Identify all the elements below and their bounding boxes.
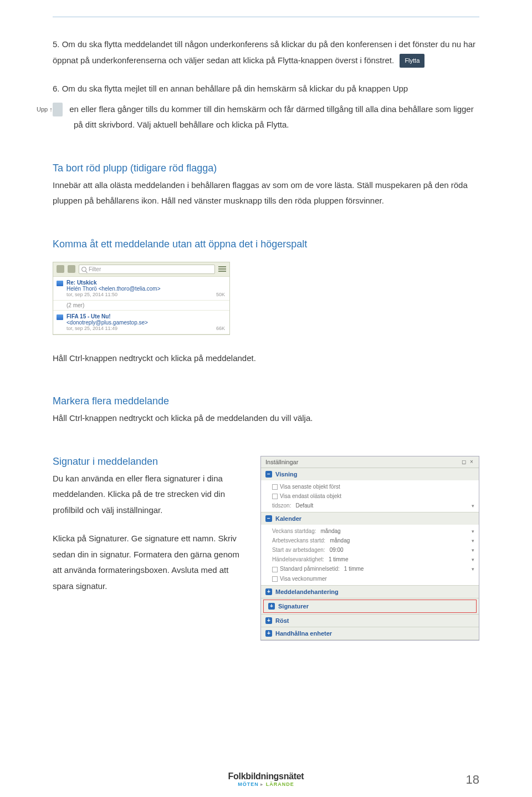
checkbox-icon xyxy=(272,484,278,490)
chevron-down-icon: ▾ xyxy=(472,503,474,509)
paragraph-6a: 6. Om du ska flytta mejlet till en annan… xyxy=(53,81,479,97)
msg-subject: Re: Utskick xyxy=(66,280,225,286)
close-icon: × xyxy=(469,459,474,465)
upp-button-inline: Upp ↑ xyxy=(53,103,63,116)
k3-val: 09:00 xyxy=(330,547,472,553)
message-item: FIFA 15 - Ute Nu! <donotreply@plus.games… xyxy=(53,311,229,334)
expand-icon: + xyxy=(265,588,272,595)
section-red-plupp-body: Innebär att alla olästa meddelanden i be… xyxy=(53,177,479,209)
search-icon xyxy=(81,267,86,272)
k4-label: Händelsevaraktighet: xyxy=(272,556,324,562)
acc-visning: − Visning xyxy=(261,468,479,480)
acc-kalender: − Kalender xyxy=(261,512,479,525)
chevron-down-icon: ▾ xyxy=(472,566,474,572)
acc-meddelande: + Meddelandehantering xyxy=(261,586,479,598)
brand-sub-1: MÖTEN xyxy=(238,781,259,787)
msg-from: Helén Thorö <helen.thoro@telia.com> xyxy=(66,286,225,292)
chevron-down-icon: ▾ xyxy=(472,557,474,562)
acc-hand-label: Handhållna enheter xyxy=(275,630,332,637)
section-signature-p2: Klicka på Signaturer. Ge signature ett n… xyxy=(53,531,250,594)
msg-more: (2 mer) xyxy=(53,301,229,311)
chevron-down-icon: ▾ xyxy=(472,538,474,544)
flytta-button-inline: Flytta xyxy=(400,54,424,68)
section-mark-multiple-body: Håll Ctrl-knappen nedtryckt och klicka p… xyxy=(53,410,479,427)
collapse-icon: − xyxy=(265,515,272,522)
expand-icon: + xyxy=(268,603,275,610)
checkbox-icon xyxy=(272,576,278,582)
msg-subject: FIFA 15 - Ute Nu! xyxy=(66,313,225,319)
msg-badge-icon xyxy=(57,314,63,320)
acc-signaturer: + Signaturer xyxy=(263,600,477,613)
expand-icon: + xyxy=(265,617,272,624)
msg-badge-icon xyxy=(57,281,63,286)
section-signature-title: Signatur i meddelanden xyxy=(53,456,250,468)
footer-brand: Folkbildningsnätet MÖTEN ▸ LÄRANDE xyxy=(0,771,532,787)
menu-icon xyxy=(218,266,226,272)
msg-size: 66K xyxy=(216,326,225,331)
paragraph-6b: Upp ↑ en eller flera gånger tills du kom… xyxy=(53,101,479,133)
acc-sign-label: Signaturer xyxy=(278,603,309,610)
k5-label: Standard påminnelsetid: xyxy=(280,566,340,572)
reply-icon xyxy=(68,265,75,273)
tz-label: tidszon: xyxy=(272,502,291,509)
k1-label: Veckans startdag: xyxy=(272,528,316,534)
msg-size: 50K xyxy=(216,292,225,297)
msg-date: tor, sep 25, 2014 11:49 xyxy=(66,326,117,331)
message-item: Re: Utskick Helén Thorö <helen.thoro@tel… xyxy=(53,277,229,301)
msg-date: tor, sep 25, 2014 11:50 xyxy=(66,292,117,297)
settings-panel-figure: Inställningar ◻ × − Visning Visa senaste… xyxy=(260,456,479,641)
top-rule xyxy=(53,17,479,17)
msglist-toolbar: Filter xyxy=(53,262,229,277)
k3-label: Start av arbetsdagen: xyxy=(272,547,325,553)
msg-from: <donotreply@plus.gamestop.se> xyxy=(66,319,225,326)
compose-icon xyxy=(57,265,64,273)
acc-kalender-label: Kalender xyxy=(275,515,301,522)
page-number: 18 xyxy=(466,773,479,787)
brand-sub-2: LÄRANDE xyxy=(266,781,294,787)
section-access-msg-title: Komma åt ett meddelande utan att öppna d… xyxy=(53,238,479,250)
section-access-msg-foot: Håll Ctrl-knappen nedtryckt och klicka p… xyxy=(53,351,479,367)
settings-titlebar: Inställningar ◻ × xyxy=(261,456,479,468)
message-list-figure: Filter Re: Utskick Helén Thorö <helen.th… xyxy=(53,262,230,335)
chevron-down-icon: ▾ xyxy=(472,547,474,553)
filter-placeholder: Filter xyxy=(89,266,101,272)
acc-medd-label: Meddelandehantering xyxy=(275,588,339,595)
k1-val: måndag xyxy=(321,528,472,534)
filter-input: Filter xyxy=(79,265,215,274)
section-signature-p1: Du kan använda en eller flera signaturer… xyxy=(53,471,250,519)
k2-label: Arbetsveckans startd: xyxy=(272,537,325,544)
checkbox-icon xyxy=(272,494,278,499)
acc-handheld: + Handhållna enheter xyxy=(261,627,479,639)
checkbox-icon xyxy=(272,567,278,572)
p6b-text: en eller flera gånger tills du kommer ti… xyxy=(69,104,474,130)
expand-icon: + xyxy=(265,630,272,637)
brand-main: Folkbildningsnätet xyxy=(228,771,304,781)
tz-value: Default xyxy=(295,502,472,509)
acc-rost: + Röst xyxy=(261,615,479,627)
collapse-icon: − xyxy=(265,471,272,478)
opt-latest-first: Visa senaste objekt först xyxy=(280,484,340,490)
opt-week-num: Visa veckonummer xyxy=(280,576,327,582)
k5-val: 1 timme xyxy=(344,566,472,572)
paragraph-5: 5. Om du ska flytta meddelandet till någ… xyxy=(53,37,479,68)
opt-unread-only: Visa endast olästa objekt xyxy=(280,493,341,499)
detach-icon: ◻ xyxy=(461,459,467,465)
section-red-plupp-title: Ta bort röd plupp (tidigare röd flagga) xyxy=(53,163,479,174)
section-mark-multiple-title: Markera flera meddelande xyxy=(53,395,479,407)
settings-title-text: Inställningar xyxy=(265,459,298,465)
k2-val: måndag xyxy=(330,537,472,544)
acc-rost-label: Röst xyxy=(275,617,289,624)
chevron-down-icon: ▾ xyxy=(472,529,474,534)
acc-visning-label: Visning xyxy=(275,471,298,478)
k4-val: 1 timme xyxy=(329,556,472,562)
